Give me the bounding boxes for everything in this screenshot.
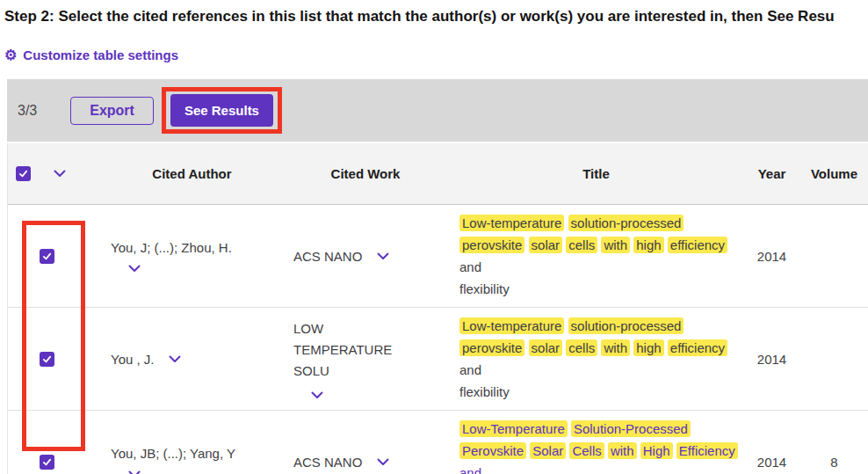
cited-work-cell: ACS NANO bbox=[282, 411, 449, 474]
header-title[interactable]: Title bbox=[449, 143, 743, 204]
volume-value bbox=[800, 308, 868, 410]
highlighted-term: cells bbox=[566, 237, 597, 253]
highlighted-term: with bbox=[608, 442, 637, 459]
highlighted-term: solar bbox=[529, 339, 563, 356]
select-menu-chevron-down-icon[interactable] bbox=[54, 170, 66, 178]
table-row: You , J.LOW TEMPERATURE SOLULow-temperat… bbox=[8, 307, 868, 410]
row-select-cell bbox=[8, 205, 102, 307]
customize-table-settings-label: Customize table settings bbox=[23, 47, 178, 62]
cited-work: LOW TEMPERATURE SOLU bbox=[293, 318, 418, 382]
header-cited-author[interactable]: Cited Author bbox=[102, 143, 282, 204]
cited-author: You, JB; (...); Yang, Y bbox=[111, 446, 235, 461]
row-checkbox[interactable] bbox=[40, 249, 54, 264]
header-select-cell bbox=[8, 143, 102, 204]
cited-work-cell: LOW TEMPERATURE SOLU bbox=[282, 308, 449, 410]
cited-author-line: You, J; (...); Zhou, H. bbox=[111, 240, 232, 255]
cited-work: ACS NANO bbox=[293, 455, 362, 470]
highlighted-term: with bbox=[601, 339, 630, 356]
export-button[interactable]: Export bbox=[70, 97, 154, 125]
table-row: You, JB; (...); Yang, YACS NANOLow-Tempe… bbox=[8, 410, 868, 474]
title-line: Low-temperature solution-processed bbox=[459, 315, 738, 337]
highlighted-term: Cells bbox=[569, 442, 604, 459]
year-value: 2014 bbox=[743, 411, 800, 474]
highlighted-term: Solar bbox=[530, 442, 566, 459]
cited-author: You , J. bbox=[111, 352, 154, 367]
chevron-down-icon[interactable] bbox=[311, 391, 323, 399]
gear-icon: ⚙ bbox=[4, 48, 17, 62]
selection-toolbar: 3/3 Export See Results bbox=[7, 79, 868, 142]
highlighted-term: perovskite bbox=[459, 237, 524, 253]
customize-table-settings-link[interactable]: ⚙ Customize table settings bbox=[4, 47, 178, 62]
highlighted-term: solution-processed bbox=[568, 215, 684, 231]
highlighted-term: High bbox=[640, 442, 673, 459]
title-text: and bbox=[459, 362, 481, 377]
cited-author-line: You , J. bbox=[111, 352, 181, 367]
title-line: Low-Temperature Solution-Processed bbox=[459, 418, 738, 440]
select-all-checkbox[interactable] bbox=[16, 166, 31, 181]
highlighted-term: efficiency bbox=[668, 237, 727, 253]
title-text: flexibility bbox=[459, 281, 510, 296]
title-line: flexibility bbox=[459, 278, 738, 300]
title-line: Perovskite Solar Cells with High Efficie… bbox=[459, 440, 738, 474]
row-checkbox[interactable] bbox=[40, 455, 54, 470]
cited-reference-search-page: Step 2: Select the cited references in t… bbox=[0, 0, 868, 474]
cited-author-cell: You, J; (...); Zhou, H. bbox=[102, 205, 282, 307]
cited-work-cell: ACS NANO bbox=[282, 205, 449, 307]
see-results-annotation-box: See Results bbox=[162, 87, 282, 134]
cited-work-line: ACS NANO bbox=[293, 249, 389, 264]
see-results-button[interactable]: See Results bbox=[170, 94, 273, 127]
cited-author-line: You, JB; (...); Yang, Y bbox=[111, 446, 235, 461]
title-line: perovskite solar cells with high efficie… bbox=[459, 234, 738, 278]
selection-count: 3/3 bbox=[18, 103, 37, 119]
step-label: Step 2: bbox=[4, 8, 54, 25]
title-line: Low-temperature solution-processed bbox=[459, 212, 738, 234]
cited-references-table: Cited Author Cited Work Title Year Volum… bbox=[7, 143, 868, 474]
title-cell: Low-temperature solution-processedperovs… bbox=[449, 205, 743, 307]
highlighted-term: high bbox=[633, 237, 663, 253]
cited-author-cell: You, JB; (...); Yang, Y bbox=[102, 411, 282, 474]
cited-work-line: ACS NANO bbox=[293, 455, 389, 470]
highlighted-term: solar bbox=[529, 237, 563, 253]
row-select-cell bbox=[8, 411, 102, 474]
check-icon bbox=[18, 168, 29, 179]
chevron-down-icon[interactable] bbox=[128, 470, 141, 474]
header-volume[interactable]: Volume bbox=[800, 143, 868, 204]
highlighted-term: Efficiency bbox=[676, 442, 738, 459]
header-year[interactable]: Year bbox=[743, 143, 800, 204]
highlighted-term: Low-Temperature bbox=[459, 420, 568, 437]
highlighted-term: with bbox=[601, 237, 630, 253]
title-text: and bbox=[459, 465, 481, 474]
highlighted-term: Solution-Processed bbox=[571, 420, 691, 437]
table-row: You, J; (...); Zhou, H.ACS NANOLow-tempe… bbox=[8, 205, 868, 307]
row-select-cell bbox=[8, 308, 102, 410]
highlighted-term: cells bbox=[566, 339, 597, 356]
volume-value bbox=[800, 205, 868, 307]
highlighted-term: perovskite bbox=[459, 339, 524, 356]
highlighted-term: Low-temperature bbox=[459, 215, 564, 231]
header-cited-work[interactable]: Cited Work bbox=[282, 143, 449, 204]
chevron-down-icon[interactable] bbox=[377, 252, 389, 260]
year-value: 2014 bbox=[743, 308, 800, 410]
table-body: You, J; (...); Zhou, H.ACS NANOLow-tempe… bbox=[8, 205, 868, 474]
title-text: and bbox=[459, 259, 481, 274]
title-cell: Low-temperature solution-processedperovs… bbox=[449, 308, 743, 410]
row-checkbox[interactable] bbox=[40, 352, 54, 367]
chevron-down-icon[interactable] bbox=[377, 458, 389, 466]
cited-work-line: LOW TEMPERATURE SOLU bbox=[293, 318, 418, 382]
table-header-row: Cited Author Cited Work Title Year Volum… bbox=[8, 143, 868, 205]
step-instruction-text: Select the cited references in this list… bbox=[54, 8, 835, 25]
chevron-down-icon[interactable] bbox=[169, 355, 181, 363]
title-line: flexibility bbox=[459, 381, 738, 403]
highlighted-term: efficiency bbox=[668, 339, 727, 356]
cited-author: You, J; (...); Zhou, H. bbox=[111, 240, 232, 255]
cited-work: ACS NANO bbox=[293, 249, 362, 264]
highlighted-term: Perovskite bbox=[459, 442, 526, 459]
year-value: 2014 bbox=[743, 205, 800, 307]
step-instruction: Step 2: Select the cited references in t… bbox=[0, 0, 868, 26]
cited-author-cell: You , J. bbox=[102, 308, 282, 410]
title-cell[interactable]: Low-Temperature Solution-ProcessedPerovs… bbox=[449, 411, 743, 474]
chevron-down-icon[interactable] bbox=[128, 265, 141, 273]
highlighted-term: high bbox=[633, 339, 663, 356]
volume-value: 8 bbox=[800, 411, 868, 474]
title-line: perovskite solar cells with high efficie… bbox=[459, 337, 738, 381]
